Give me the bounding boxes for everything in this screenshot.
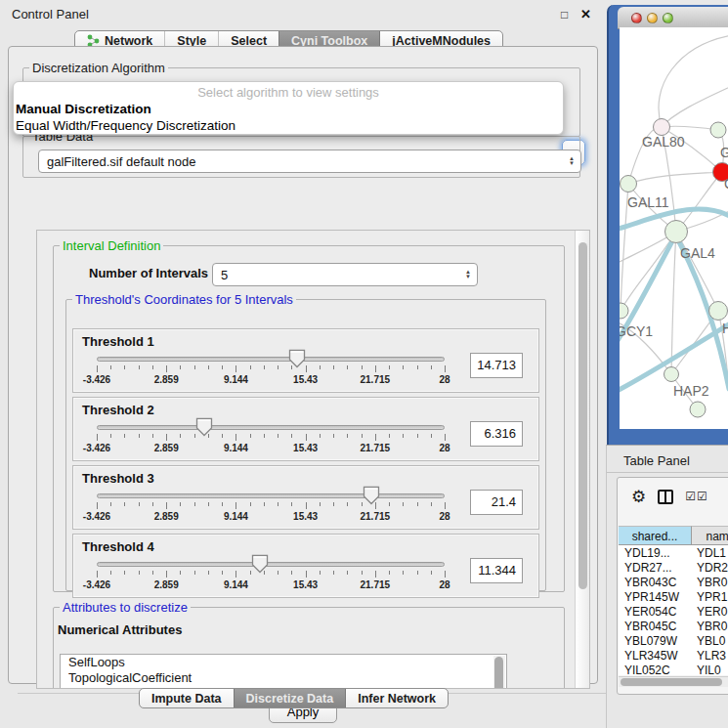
table-data-combobox[interactable]: galFiltered.sif default node ▲▼ [38, 150, 581, 173]
attribute-list-item[interactable]: SelfLoops [61, 655, 506, 670]
node-label: H [722, 321, 728, 336]
table-horizontal-scrollbar[interactable] [619, 676, 728, 687]
slider-tick-label: 21.715 [351, 579, 400, 590]
control-panel-title: Control Panel [12, 7, 89, 21]
close-icon[interactable]: ✕ [580, 7, 591, 21]
slider-tick [347, 571, 348, 575]
slider-thumb[interactable] [363, 486, 380, 505]
network-node-node[interactable] [690, 402, 706, 417]
slider-tick [97, 502, 98, 509]
algorithm-option[interactable]: Manual Discretization [14, 102, 563, 118]
threshold-value-field[interactable]: 11.344 [470, 558, 523, 583]
mac-close-button[interactable] [631, 13, 642, 23]
numerical-attributes-list[interactable]: SelfLoopsTopologicalCoefficientBetweenne… [60, 654, 507, 689]
attributes-list-scrollbar[interactable] [493, 656, 505, 689]
slider-tick [166, 365, 167, 372]
slider-thumb[interactable] [251, 554, 269, 574]
mac-zoom-button[interactable] [663, 13, 673, 23]
table-row[interactable]: YDR27...YDR2 [619, 561, 728, 576]
vertical-scrollbar[interactable] [575, 231, 589, 688]
cell-name: YER0 [697, 605, 727, 620]
slider-thumb[interactable] [195, 417, 213, 437]
slider-tick-label: -3.426 [72, 579, 121, 590]
slider-tick-label: 2.859 [142, 374, 191, 385]
select-columns-icon[interactable]: ☑☑ [685, 490, 708, 503]
slider-tick [180, 502, 181, 506]
network-edge [621, 232, 676, 311]
slider-tick-label: 28 [420, 511, 469, 522]
slider-tick [250, 502, 251, 506]
threshold-value-field[interactable]: 14.713 [470, 353, 523, 378]
threshold-slider[interactable]: -3.4262.8599.14415.4321.71528 [97, 486, 445, 527]
attribute-list-item[interactable]: TopologicalCoefficient [61, 670, 506, 686]
table-row[interactable]: YIL052CYIL0 [619, 664, 728, 675]
threshold-slider[interactable]: -3.4262.8599.14415.4321.71528 [97, 417, 445, 458]
slider-tick [403, 502, 404, 506]
threshold-value-field[interactable]: 21.4 [470, 490, 523, 515]
attributes-legend: Attributes to discretize [60, 600, 191, 615]
table-row[interactable]: YBR045CYBR0 [619, 620, 728, 634]
slider-tick [333, 434, 334, 438]
cell-shared-name: YDL19... [624, 546, 670, 561]
threshold-label: Threshold 1 [82, 334, 154, 349]
table-column-header[interactable]: shared... [619, 526, 692, 545]
slider-tick [222, 571, 223, 575]
tab-discretize-data[interactable]: Discretize Data [234, 689, 346, 707]
node-table[interactable]: shared...nameYDL19...YDL1YDR27...YDR2YBR… [619, 526, 728, 675]
cell-name: YBR0 [697, 620, 727, 634]
network-canvas[interactable]: GAL80GAGAL11CGAL4GCY1HHAP2 [620, 27, 728, 429]
network-node-HAP2[interactable] [664, 367, 679, 382]
threshold-value-field[interactable]: 6.316 [470, 421, 523, 447]
gear-icon[interactable]: ⚙ [631, 489, 646, 505]
table-column-header[interactable]: name [692, 526, 728, 545]
slider-track[interactable] [97, 357, 445, 362]
network-view-window[interactable]: GAL80GAGAL11CGAL4GCY1HHAP2 [607, 5, 728, 445]
table-row[interactable]: YDL19...YDL1 [619, 546, 728, 561]
slider-track[interactable] [97, 493, 445, 498]
network-window-titlebar[interactable] [618, 7, 728, 29]
threshold-label: Threshold 2 [82, 403, 154, 417]
number-of-intervals-label: Number of Intervals [89, 266, 208, 280]
slider-tick-label: -3.426 [72, 511, 121, 522]
threshold-label: Threshold 4 [82, 539, 154, 554]
algorithm-option[interactable]: Equal Width/Frequency Discretization [14, 118, 563, 135]
slider-track[interactable] [97, 425, 445, 430]
number-of-intervals-combobox[interactable]: 5 ▲▼ [212, 263, 478, 286]
threshold-slider[interactable]: -3.4262.8599.14415.4321.71528 [97, 554, 445, 595]
columns-icon[interactable] [658, 490, 673, 504]
network-node-GAL11[interactable] [621, 176, 637, 193]
attributes-group: Attributes to discretize Numerical Attri… [53, 600, 565, 689]
network-node-GAL4[interactable] [665, 221, 688, 243]
network-node-GCY1[interactable] [620, 303, 628, 319]
threshold-slider[interactable]: -3.4262.8599.14415.4321.71528 [97, 349, 445, 390]
float-window-icon[interactable]: □ [561, 8, 568, 21]
tab-impute-data[interactable]: Impute Data [140, 689, 234, 707]
cell-shared-name: YER054C [624, 605, 676, 620]
table-row[interactable]: YBL079WYBL0 [619, 634, 728, 649]
slider-tick-label: 28 [420, 579, 469, 590]
table-row[interactable]: YER054CYER0 [619, 605, 728, 620]
network-node-H[interactable] [709, 302, 728, 321]
mac-minimize-button[interactable] [647, 13, 658, 23]
slider-tick-label: 9.144 [211, 443, 260, 453]
slider-thumb[interactable] [288, 349, 306, 368]
table-row[interactable]: YBR043CYBR0 [619, 576, 728, 590]
network-node-GAL80[interactable] [654, 119, 670, 136]
slider-tick [264, 502, 265, 506]
slider-tick [291, 434, 292, 438]
slider-track[interactable] [97, 562, 445, 567]
algorithm-dropdown-popup: Select algorithm to view settings Manual… [13, 81, 564, 135]
slider-tick [139, 434, 140, 438]
tab-infer-network[interactable]: Infer Network [345, 689, 448, 707]
slider-tick [291, 502, 292, 506]
table-row[interactable]: YLR345WYLR3 [619, 649, 728, 664]
slider-tick [110, 434, 111, 438]
threshold-box: Threshold 4-3.4262.8599.14415.4321.71528… [72, 534, 539, 598]
slider-tick [152, 502, 153, 506]
slider-tick [333, 365, 334, 369]
slider-tick [403, 365, 404, 369]
table-row[interactable]: YPR145WYPR1 [619, 590, 728, 605]
network-node-node[interactable] [710, 122, 726, 138]
table-panel-title: Table Panel [623, 453, 690, 468]
number-of-intervals-value: 5 [221, 268, 228, 282]
